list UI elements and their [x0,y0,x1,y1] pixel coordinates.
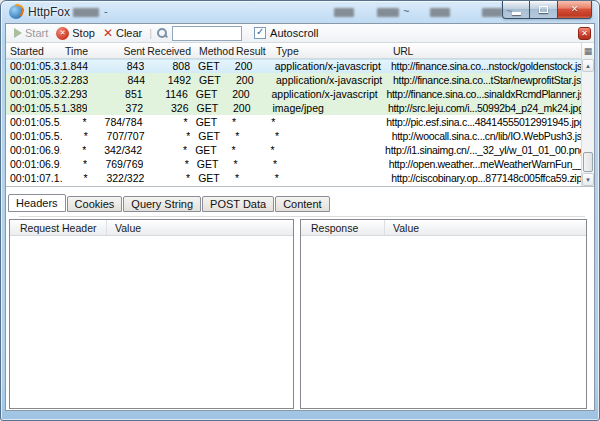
stop-label: Stop [72,27,95,39]
request-headers-panel: Request Header Value [9,219,294,409]
maximize-button[interactable] [530,1,558,19]
redacted-text [430,8,450,17]
httpfox-app-icon [9,5,23,19]
titlebar-dash: - [104,5,108,17]
response-headers-header: Response Hea... Value [301,220,586,236]
request-row[interactable]: 00:01:05.3... 2.283 844 1492 GET 200 app… [6,73,581,87]
stop-icon: ✕ [56,27,69,40]
column-picker-icon[interactable]: ▦ [581,43,594,59]
column-header-type[interactable]: Type [274,43,391,58]
column-header-started[interactable]: Started [6,43,62,58]
request-row[interactable]: 00:01:05.3... 1.844 843 808 GET 200 appl… [6,59,581,73]
request-row[interactable]: 00:01:06.9... * 342/342 * GET * * http:/… [6,143,581,157]
request-headers-header: Request Header Value [10,220,293,236]
tab-content[interactable]: Content [275,196,330,212]
window-title: HttpFox [28,5,70,19]
tab-query-string[interactable]: Query String [123,196,201,212]
response-headers-panel: Response Hea... Value [300,219,587,409]
request-row[interactable]: 00:01:05.3... 2.293 851 1146 GET 200 app… [6,87,581,101]
start-button[interactable]: Start [12,27,50,39]
titlebar-tilde: ~ [403,5,409,17]
tab-label: Query String [131,198,193,210]
request-list: 00:01:05.3... 1.844 843 808 GET 200 appl… [6,59,581,186]
minimize-button[interactable] [502,1,530,19]
clear-label: Clear [116,27,142,39]
search-icon [157,28,168,39]
redacted-text [73,8,99,17]
stop-button[interactable]: ✕ Stop [54,27,97,40]
response-headers-list [301,236,586,408]
autoscroll-label: Autoscroll [270,27,318,39]
column-header-received[interactable]: Received [145,43,191,58]
redacted-text [482,8,502,17]
request-row[interactable]: 00:01:05.5... 1.389 372 326 GET 200 imag… [6,101,581,115]
column-header-method[interactable]: Method [191,43,234,58]
close-icon: ✕ [571,5,579,14]
close-button[interactable]: ✕ [558,1,592,19]
tab-post-data[interactable]: POST Data [202,196,274,212]
toolbar-separator: | [149,27,152,39]
toolbar: Start ✕ Stop ✕ Clear | ✓ Autoscroll ✕ [6,24,594,43]
column-header-url[interactable]: URL [391,43,594,58]
response-value-column[interactable]: Value [385,220,419,235]
clear-button[interactable]: ✕ Clear [101,27,144,39]
start-label: Start [25,27,48,39]
client-area: Start ✕ Stop ✕ Clear | ✓ Autoscroll ✕ St… [5,23,595,411]
play-icon [14,28,22,38]
column-header-sent[interactable]: Sent [88,43,145,58]
checkmark-icon: ✓ [256,27,264,37]
filter-input[interactable] [172,26,242,41]
request-headers-list [10,236,293,408]
panel-divider [19,216,585,217]
tab-strip: Headers Cookies Query String POST Data C… [6,187,594,212]
redacted-text [334,8,354,17]
column-header-result[interactable]: Result [234,43,274,58]
tab-label: POST Data [210,198,266,210]
titlebar: HttpFox - ~ ~ ✕ [1,1,599,23]
autoscroll-checkbox[interactable]: ✓ [254,27,266,39]
request-grid: Started Time Sent Received Method Result… [6,43,594,187]
panel-close-button[interactable]: ✕ [578,27,591,40]
request-row[interactable]: 00:01:05.5... * 784/784 * GET * * http:/… [6,115,581,129]
tab-content-area: Request Header Value Response Hea... Val… [6,212,594,410]
tab-label: Content [283,198,322,210]
redacted-text [377,8,399,17]
scroll-up-icon[interactable]: ▲ [582,59,594,72]
tab-label: Headers [16,197,58,209]
clear-icon: ✕ [103,27,113,39]
request-row[interactable]: 00:01:07.1... * 322/322 * GET * * http:/… [6,171,581,185]
tab-cookies[interactable]: Cookies [67,196,123,212]
httpfox-window: HttpFox - ~ ~ ✕ Start [0,0,600,421]
request-value-column[interactable]: Value [107,220,141,235]
tab-headers[interactable]: Headers [8,194,66,212]
scroll-down-icon[interactable]: ▼ [582,173,594,186]
window-controls: ✕ [502,1,592,19]
response-header-column[interactable]: Response Hea... [301,220,385,235]
tab-label: Cookies [75,198,115,210]
request-header-column[interactable]: Request Header [10,220,107,235]
column-header-time[interactable]: Time [62,43,88,58]
request-row[interactable]: 00:01:05.5... * 707/707 * GET * * http:/… [6,129,581,143]
table-scrollbar[interactable]: ▲ ▼ [581,59,594,186]
request-row[interactable]: 00:01:06.9... * 769/769 * GET * * http:/… [6,157,581,171]
grid-header: Started Time Sent Received Method Result… [6,43,594,59]
scrollbar-thumb[interactable] [583,152,593,172]
maximize-icon [539,6,548,13]
minimize-icon [512,12,521,15]
